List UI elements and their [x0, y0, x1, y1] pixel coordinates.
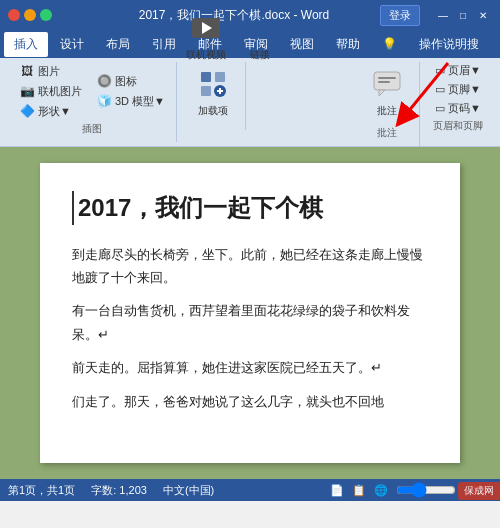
- menu-insert[interactable]: 插入: [4, 32, 48, 57]
- svg-rect-9: [378, 77, 396, 79]
- group-label-illustration: 插图: [16, 120, 168, 138]
- menu-lightbulb[interactable]: 💡: [372, 33, 407, 55]
- svg-rect-1: [215, 72, 225, 82]
- addin-label: 加载项: [198, 104, 228, 118]
- comment-icon: [369, 66, 405, 102]
- ribbon-group-media: 加载项 联机视频: [181, 62, 246, 130]
- group-label-media: [189, 122, 237, 126]
- ribbon-btn-footer[interactable]: ▭ 页脚▼: [432, 81, 484, 98]
- zoom-slider[interactable]: [396, 485, 456, 495]
- close-button[interactable]: ✕: [474, 6, 492, 24]
- comment-label: 批注: [377, 104, 397, 118]
- ribbon-group-illustration: 🖼 图片 📷 联机图片 🔷 形状▼: [8, 62, 177, 142]
- ribbon-btn-online-image[interactable]: 📷 联机图片: [16, 82, 85, 100]
- icon-icon: 🔘: [96, 73, 112, 89]
- document-heading: 2017，我们一起下个棋: [72, 191, 428, 225]
- online-image-icon: 📷: [19, 83, 35, 99]
- login-button[interactable]: 登录: [380, 5, 420, 26]
- minimize-button[interactable]: —: [434, 6, 452, 24]
- ribbon-btn-shape[interactable]: 🔷 形状▼: [16, 102, 85, 120]
- icon-label: 图标: [115, 74, 137, 89]
- link-label: 链接: [250, 48, 270, 62]
- ribbon-btn-3d[interactable]: 🧊 3D 模型▼: [93, 92, 168, 110]
- page-info: 第1页，共1页: [8, 483, 75, 498]
- svg-rect-10: [378, 81, 390, 83]
- link-icon: [242, 10, 278, 46]
- watermark-badge: 保成网: [458, 482, 500, 500]
- 3d-label: 3D 模型▼: [115, 94, 165, 109]
- ribbon-btn-image[interactable]: 🖼 图片: [16, 62, 85, 80]
- ribbon-group-header-footer: ▭ 页眉▼ ▭ 页脚▼ ▭ 页码▼ 页眉和页脚: [424, 62, 492, 139]
- group-label-header-footer: 页眉和页脚: [432, 117, 484, 135]
- ribbon-group-comment: 批注 批注: [355, 62, 420, 146]
- document-paragraph-2[interactable]: 有一台自动售货机，西芹望着里面花花绿绿的袋子和饮料发呆。↵: [72, 299, 428, 346]
- 3d-icon: 🧊: [96, 93, 112, 109]
- page-number-label: 页码▼: [448, 101, 481, 116]
- svg-rect-0: [201, 72, 211, 82]
- footer-icon: ▭: [435, 83, 445, 96]
- online-video-label: 联机视频: [186, 48, 226, 62]
- document-paragraph-1[interactable]: 到走廊尽头的长椅旁，坐下。此前，她已经在这条走廊上慢慢地踱了十个来回。: [72, 243, 428, 290]
- status-bar: 第1页，共1页 字数: 1,203 中文(中国) 📄 📋 🌐 100%: [0, 479, 500, 501]
- maximize-button[interactable]: □: [454, 6, 472, 24]
- document-paragraph-3[interactable]: 前天走的。屈指算算，她住进这家医院已经五天了。↵: [72, 356, 428, 379]
- ribbon-btn-comment[interactable]: 批注: [363, 62, 411, 122]
- menu-layout[interactable]: 布局: [96, 32, 140, 57]
- image-label: 图片: [38, 64, 60, 79]
- header-label: 页眉▼: [448, 63, 481, 78]
- shape-icon: 🔷: [19, 103, 35, 119]
- ribbon-btn-link[interactable]: 链接: [236, 6, 284, 66]
- addin-icon: [195, 66, 231, 102]
- read-mode-icon[interactable]: 📄: [330, 484, 344, 497]
- svg-rect-2: [201, 86, 211, 96]
- ribbon-btn-header[interactable]: ▭ 页眉▼: [432, 62, 484, 79]
- online-video-icon: [188, 10, 224, 46]
- header-icon: ▭: [435, 64, 445, 77]
- ribbon-btn-addin[interactable]: 加载项: [189, 62, 237, 122]
- menu-help[interactable]: 帮助: [326, 32, 370, 57]
- menu-search[interactable]: 操作说明搜: [409, 32, 489, 57]
- language: 中文(中国): [163, 483, 214, 498]
- document-paragraph-4[interactable]: 们走了。那天，爸爸对她说了这么几字，就头也不回地: [72, 390, 428, 413]
- image-icon: 🖼: [19, 63, 35, 79]
- footer-label: 页脚▼: [448, 82, 481, 97]
- word-count: 字数: 1,203: [91, 483, 147, 498]
- ribbon-btn-online-video[interactable]: 联机视频: [180, 6, 232, 66]
- document-background: 2017，我们一起下个棋 到走廊尽头的长椅旁，坐下。此前，她已经在这条走廊上慢慢…: [0, 147, 500, 479]
- document-page: 2017，我们一起下个棋 到走廊尽头的长椅旁，坐下。此前，她已经在这条走廊上慢慢…: [40, 163, 460, 463]
- web-layout-icon[interactable]: 🌐: [374, 484, 388, 497]
- group-label-comment: 批注: [363, 124, 411, 142]
- menu-view[interactable]: 视图: [280, 32, 324, 57]
- svg-marker-11: [379, 90, 385, 96]
- ribbon-btn-icon[interactable]: 🔘 图标: [93, 72, 168, 90]
- menu-design[interactable]: 设计: [50, 32, 94, 57]
- page-number-icon: ▭: [435, 102, 445, 115]
- print-layout-icon[interactable]: 📋: [352, 484, 366, 497]
- ribbon-btn-page-number[interactable]: ▭ 页码▼: [432, 100, 484, 117]
- shape-label: 形状▼: [38, 104, 71, 119]
- ribbon: 🖼 图片 📷 联机图片 🔷 形状▼: [0, 58, 500, 147]
- online-image-label: 联机图片: [38, 84, 82, 99]
